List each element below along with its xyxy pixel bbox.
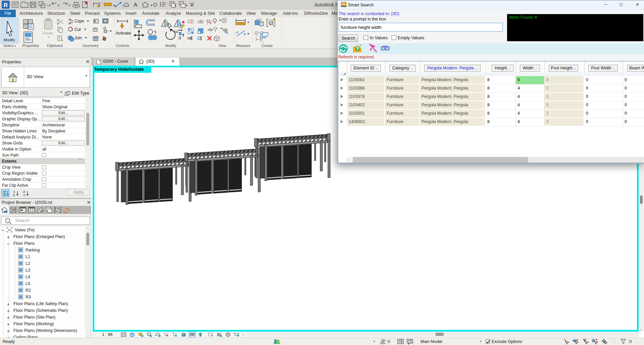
svg-text:A: A (23, 193, 26, 197)
svg-text:Z: Z (13, 193, 15, 197)
svg-text:Activate: Activate (115, 31, 131, 36)
svg-text:Paste: Paste (43, 31, 53, 35)
svg-text:R: R (4, 2, 8, 8)
svg-text:Join: Join (75, 36, 82, 40)
svg-text:Cope: Cope (75, 19, 84, 23)
svg-text:1: 1 (126, 4, 127, 7)
svg-text:Z: Z (23, 190, 25, 193)
svg-text:A: A (134, 2, 138, 8)
svg-text:A: A (13, 190, 15, 193)
svg-text:Cut: Cut (75, 27, 81, 32)
svg-text:Modify: Modify (4, 38, 15, 42)
